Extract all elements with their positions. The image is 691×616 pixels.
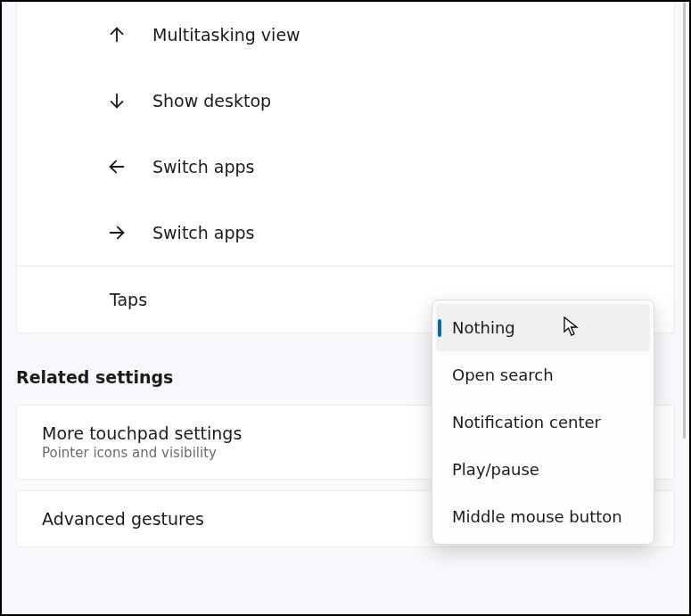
- gesture-row-multitasking[interactable]: Multitasking view: [17, 2, 674, 68]
- taps-label: Taps: [110, 290, 147, 309]
- dropdown-option-open-search[interactable]: Open search: [436, 351, 650, 398]
- gesture-row-switch-apps-right[interactable]: Switch apps: [17, 200, 674, 266]
- card-title: More touchpad settings: [42, 423, 242, 443]
- scrollbar[interactable]: [683, 2, 686, 439]
- gesture-label: Switch apps: [152, 223, 255, 242]
- dropdown-option-middle-mouse[interactable]: Middle mouse button: [436, 493, 650, 540]
- taps-dropdown[interactable]: Nothing Open search Notification center …: [432, 300, 654, 545]
- dropdown-option-play-pause[interactable]: Play/pause: [436, 446, 650, 493]
- dropdown-option-notification-center[interactable]: Notification center: [436, 398, 650, 446]
- gestures-panel: Multitasking view Show desktop Switch ap…: [16, 2, 675, 333]
- arrow-down-icon: [104, 91, 129, 111]
- arrow-right-icon: [104, 223, 129, 242]
- card-text: Advanced gestures: [42, 509, 204, 529]
- dropdown-option-nothing[interactable]: Nothing: [436, 304, 650, 351]
- card-text: More touchpad settings Pointer icons and…: [42, 423, 242, 461]
- card-title: Advanced gestures: [42, 509, 204, 529]
- gesture-row-show-desktop[interactable]: Show desktop: [17, 68, 674, 134]
- arrow-left-icon: [104, 157, 129, 177]
- gesture-row-switch-apps-left[interactable]: Switch apps: [17, 134, 674, 200]
- arrow-up-icon: [104, 25, 129, 45]
- gesture-label: Show desktop: [152, 91, 271, 111]
- card-subtitle: Pointer icons and visibility: [42, 445, 242, 461]
- gesture-label: Multitasking view: [152, 25, 300, 45]
- gesture-label: Switch apps: [152, 157, 255, 177]
